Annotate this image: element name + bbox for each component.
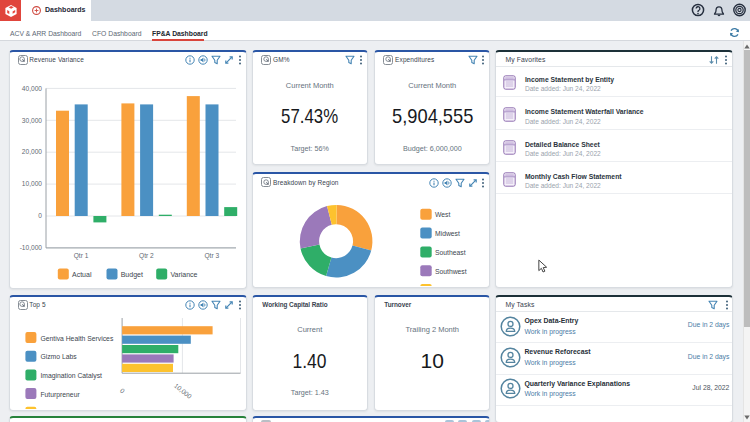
svg-text:Southeast: Southeast (435, 249, 466, 256)
svg-text:Gizmo Labs: Gizmo Labs (40, 353, 77, 360)
svg-text:0: 0 (38, 212, 42, 219)
svg-text:Qtr 3: Qtr 3 (204, 251, 219, 259)
svg-text:Gentiva Health Services: Gentiva Health Services (40, 334, 114, 341)
svg-text:Budget: Budget (120, 270, 142, 278)
svg-text:40,000: 40,000 (21, 84, 42, 91)
svg-text:-10,000: -10,000 (19, 244, 42, 251)
svg-text:Qtr 1: Qtr 1 (73, 251, 88, 259)
svg-text:Imagination Catalyst: Imagination Catalyst (40, 372, 102, 380)
svg-text:Midwest: Midwest (435, 230, 460, 237)
svg-text:10,000: 10,000 (172, 381, 192, 399)
svg-text:West: West (435, 212, 450, 219)
svg-text:20,000: 20,000 (21, 148, 42, 155)
svg-text:10,000: 10,000 (21, 180, 42, 187)
svg-text:30,000: 30,000 (21, 116, 42, 123)
svg-text:Southwest: Southwest (435, 268, 467, 275)
svg-text:Variance: Variance (170, 270, 197, 277)
svg-text:0: 0 (118, 386, 125, 394)
svg-text:Futurpreneur: Futurpreneur (40, 390, 80, 398)
svg-text:Qtr 2: Qtr 2 (139, 251, 154, 259)
svg-text:Actual: Actual (72, 270, 92, 277)
